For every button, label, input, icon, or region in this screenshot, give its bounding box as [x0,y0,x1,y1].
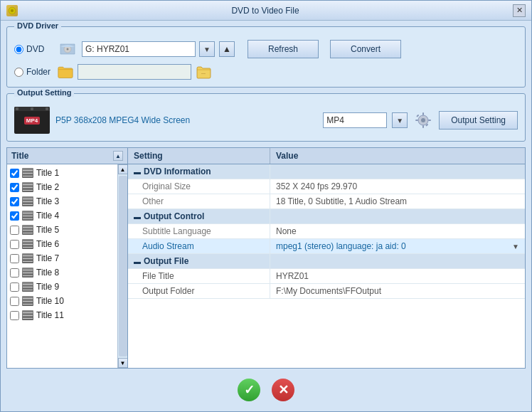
title-10-text: Title 10 [36,296,64,306]
dvd-radio-label[interactable]: DVD [14,44,53,54]
title-9-checkbox[interactable] [10,282,19,292]
title-10-checkbox[interactable] [10,297,19,306]
output-folder-value: F:\My Documents\FFOutput [270,284,525,298]
title-10-film-icon [22,296,33,306]
folder-radio[interactable] [14,68,23,77]
settings-section-output-file: ▬ Output File [128,254,525,269]
format-combo[interactable]: MP4 [323,112,387,128]
dvd-drive-dropdown[interactable]: ▼ [199,41,215,57]
title-6-text: Title 6 [36,239,59,249]
title-2-checkbox[interactable] [10,183,19,192]
dvd-section-toggle[interactable]: ▬ [134,168,141,176]
title-1-text: Title 1 [36,168,59,178]
list-item: Title 10 [7,294,117,308]
settings-row-output-folder: Output Folder F:\My Documents\FFOutput [128,284,525,299]
list-item: Title 8 [7,265,117,280]
list-item: Title 4 [7,208,117,223]
list-item: Title 2 [7,180,117,194]
output-control-toggle[interactable]: ▬ [134,213,141,221]
folder-row: Folder ··· [14,64,518,80]
title-3-film-icon [22,196,33,206]
title-9-text: Title 9 [36,282,59,292]
scroll-thumb[interactable] [119,176,127,356]
svg-point-6 [421,118,425,122]
other-name: Other [128,194,270,208]
title-8-film-icon [22,268,33,278]
list-item: Title 6 [7,237,117,251]
title-11-checkbox[interactable] [10,311,19,320]
settings-row-audio: Audio Stream mpeg1 (stereo) language: ja… [128,239,525,254]
format-dropdown[interactable]: ▼ [392,112,408,128]
audio-value: mpeg1 (stereo) language: ja aid: 0 ▼ [270,239,525,253]
settings-header: Setting Value [128,148,525,164]
output-file-toggle[interactable]: ▬ [134,258,141,265]
svg-rect-11 [416,115,419,117]
output-setting-label: Output Setting [14,88,74,97]
title-list-header: Title ▲ [7,148,127,164]
svg-rect-10 [428,120,431,121]
bottom-buttons: ✓ ✕ [6,374,526,406]
cancel-icon: ✕ [272,379,294,401]
cancel-button[interactable]: ✕ [270,379,297,401]
svg-point-3 [67,48,69,51]
svg-rect-9 [415,120,418,121]
title-5-text: Title 5 [36,225,59,235]
dvd-radio[interactable] [14,45,23,54]
settings-section-output-control: ▬ Output Control [128,209,525,224]
title-1-checkbox[interactable] [10,169,19,178]
folder-radio-label[interactable]: Folder [14,67,53,77]
title-8-text: Title 8 [36,268,59,278]
scroll-down[interactable]: ▼ [118,358,128,368]
svg-rect-7 [422,112,424,115]
output-setting-button[interactable]: Output Setting [439,111,518,130]
title-list-scrollbar[interactable]: ▲ ▼ [117,164,127,368]
other-value: 18 Title, 0 Subtitle, 1 Audio Stream [270,194,525,208]
subtitle-value: None [270,224,525,238]
dvd-drive-combo[interactable]: G: HYRZ01 [82,41,196,57]
dvd-section-name: ▬ DVD Information [128,164,270,179]
folder-icon [58,64,73,80]
original-size-name: Original Size [128,179,270,194]
title-9-film-icon [22,282,33,292]
list-item: Title 7 [7,251,117,265]
svg-rect-8 [422,125,424,128]
title-5-checkbox[interactable] [10,226,19,235]
dvd-row: DVD G: HYRZ01 ▼ [14,40,518,58]
browse-folder-button[interactable]: ··· [196,64,211,80]
scroll-up-arrow[interactable]: ▲ [113,151,123,161]
scroll-up[interactable]: ▲ [118,164,128,174]
title-list: Title ▲ Title 1 [7,148,128,368]
close-button[interactable]: ✕ [513,4,526,17]
title-8-checkbox[interactable] [10,268,19,278]
settings-row-other: Other 18 Title, 0 Subtitle, 1 Audio Stre… [128,194,525,209]
settings-row-subtitle: Subtitle Language None [128,224,525,239]
dvd-icon [58,41,78,57]
title-4-checkbox[interactable] [10,211,19,221]
audio-dropdown[interactable]: ▼ [512,243,519,250]
folder-path-input[interactable] [78,64,191,80]
dvd-driver-label: DVD Driver [14,21,61,30]
title-6-checkbox[interactable] [10,240,19,249]
audio-name: Audio Stream [128,239,270,253]
svg-point-1 [11,9,14,12]
title-2-film-icon [22,182,33,192]
list-item: Title 9 [7,280,117,294]
title-7-checkbox[interactable] [10,254,19,263]
settings-rows: ▬ DVD Information Original Size 352 X 24… [128,164,525,368]
convert-button[interactable]: Convert [330,40,401,58]
ok-icon: ✓ [238,379,260,401]
ok-button[interactable]: ✓ [235,379,262,401]
setting-col-header: Setting [128,148,270,164]
main-window: DVD to Video File ✕ DVD Driver DVD [0,0,532,412]
svg-text:···: ··· [201,71,206,76]
settings-pane: Setting Value ▬ DVD Information Original… [128,148,525,368]
list-item: Title 5 [7,223,117,237]
dvd-drive-up-arrow[interactable]: ▲ [219,41,235,57]
output-folder-name: Output Folder [128,284,270,298]
title-3-checkbox[interactable] [10,197,19,206]
refresh-button[interactable]: Refresh [248,40,319,58]
title-4-text: Title 4 [36,211,59,221]
value-col-header: Value [270,148,304,164]
content-area: DVD Driver DVD [1,21,531,411]
list-item: Title 1 [7,166,117,180]
